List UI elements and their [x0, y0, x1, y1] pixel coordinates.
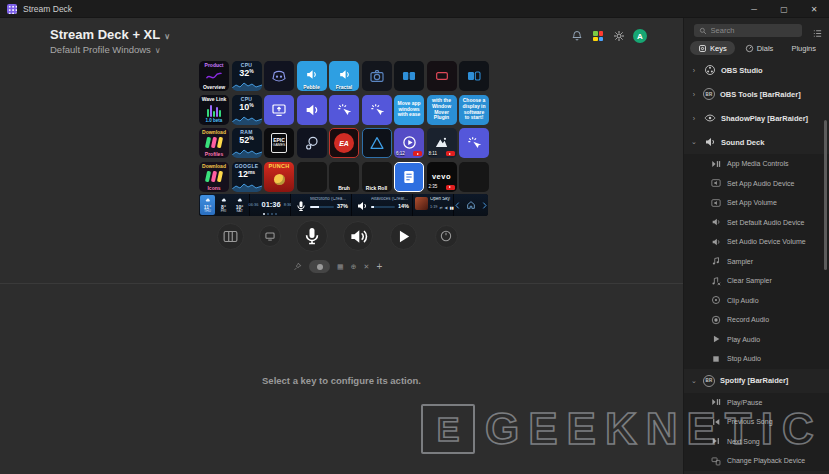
home-icon[interactable] — [466, 196, 476, 214]
chevron-right-icon[interactable]: › — [690, 91, 698, 98]
bell-icon[interactable] — [570, 29, 584, 43]
view-list-icon[interactable] — [812, 25, 824, 37]
pin-icon[interactable] — [293, 262, 302, 272]
close-button[interactable]: ✕ — [799, 0, 829, 18]
key-screen-share[interactable] — [264, 95, 294, 125]
action-item-sampler[interactable]: Sampler — [684, 252, 829, 272]
key-notes-doc[interactable] — [394, 162, 424, 192]
action-item-clear-sampler[interactable]: Clear Sampler — [684, 271, 829, 291]
dial-columns[interactable] — [217, 223, 244, 250]
strip-prev-icon[interactable] — [453, 196, 462, 214]
sidebar-scrollbar[interactable] — [824, 120, 827, 270]
key-promo-text-3[interactable]: Choose a display in software to start! — [459, 95, 489, 125]
key-bruh-sound[interactable]: Bruh — [329, 162, 359, 192]
action-item-set-app-audio-device[interactable]: Set App Audio Device — [684, 174, 829, 194]
page-tab-active[interactable] — [309, 260, 330, 273]
chevron-down-icon[interactable]: ⌄ — [690, 138, 698, 146]
tab-plugins[interactable]: Plugins — [783, 41, 824, 55]
key-promo-text-1[interactable]: Move app windows with ease — [394, 95, 424, 125]
action-item-stop-audio[interactable]: Stop Audio — [684, 349, 829, 369]
key-download-profiles[interactable]: DownloadProfiles — [199, 128, 229, 158]
plugin-group-spotify-barraider-[interactable]: ⌄BRSpotify [BarRaider] — [684, 369, 829, 393]
strip-panel-clock[interactable]: 06:3601:368:36 — [250, 194, 290, 216]
minimize-button[interactable]: ─ — [739, 0, 769, 18]
marketplace-icon[interactable] — [591, 29, 605, 43]
strip-panel-weather[interactable]: 11°THU8°FRI10°SAT — [199, 194, 249, 216]
key-tap-action-1[interactable] — [329, 95, 359, 125]
plugin-group-sound-deck[interactable]: ⌄Sound Deck — [684, 130, 829, 154]
key-punch[interactable]: PUNCH — [264, 162, 294, 192]
tab-keys[interactable]: Keys — [690, 41, 735, 55]
action-item-change-playback-device[interactable]: Change Playback Device — [684, 451, 829, 471]
key-fractal-audio[interactable]: Fractal — [329, 61, 359, 91]
key-epic-games[interactable]: EPICGAMES — [264, 128, 294, 158]
plugin-group-obs-tools-barraider-[interactable]: ›BROBS Tools [BarRaider] — [684, 82, 829, 106]
key-promo-text-2[interactable]: with the Window Mover Plugin — [427, 95, 457, 125]
key-triangle-app[interactable] — [362, 128, 392, 158]
action-item-set-audio-device-volume[interactable]: Set Audio Device Volume — [684, 232, 829, 252]
key-download-icons[interactable]: DownloadIcons — [199, 162, 229, 192]
key-volume[interactable] — [297, 95, 327, 125]
key-vevo[interactable]: vevo2:35 — [427, 162, 457, 192]
key-product-overview[interactable]: ProductOverview — [199, 61, 229, 91]
chevron-down-icon[interactable]: ⌄ — [690, 377, 698, 385]
key-cpu-monitor-2[interactable]: CPU10% — [232, 95, 262, 125]
key-window-layout-3[interactable] — [459, 61, 489, 91]
tab-dials[interactable]: Dials — [737, 41, 782, 55]
dial-play[interactable] — [390, 223, 417, 250]
search-input[interactable] — [711, 26, 798, 35]
key-tap-action-2[interactable] — [362, 95, 392, 125]
key-pebble-audio[interactable]: Pebble — [297, 61, 327, 91]
action-item-set-app-volume[interactable]: Set App Volume — [684, 193, 829, 213]
strip-panel-microphone[interactable]: Micrófono (Crea...37% — [291, 194, 351, 216]
dial-screen[interactable] — [259, 225, 281, 247]
key-wave-link[interactable]: Wave Link1.0 beta — [199, 95, 229, 125]
strip-panel-speakers[interactable]: Altavoces (Creat...14% — [352, 194, 412, 216]
key-window-layout-2[interactable] — [427, 61, 457, 91]
page-tab[interactable]: ▦ — [337, 263, 344, 270]
page-tab[interactable]: ⊕ — [351, 263, 357, 270]
action-item-set-default-audio-device[interactable]: Set Default Audio Device — [684, 213, 829, 233]
page-tab[interactable]: ✕ — [364, 263, 370, 270]
dial-mic[interactable] — [296, 220, 328, 252]
avatar[interactable]: A — [633, 29, 647, 43]
gear-icon[interactable] — [612, 29, 626, 43]
strip-panel-now-playing[interactable]: Open Sky (Inspi...1:19⇄◀▮▮▶4:13 — [413, 194, 453, 216]
key-camera[interactable] — [362, 61, 392, 91]
action-item-next-song[interactable]: Next Song — [684, 432, 829, 452]
strip-next-icon[interactable] — [480, 196, 488, 214]
key-rick-roll[interactable]: Rick Roll — [362, 162, 392, 192]
action-item-app-media-controls[interactable]: App Media Controls — [684, 154, 829, 174]
key-ram-monitor[interactable]: RAM52% — [232, 128, 262, 158]
touch-strip[interactable]: 11°THU8°FRI10°SAT06:3601:368:36Micrófono… — [199, 194, 488, 216]
action-item-record-audio[interactable]: Record Audio — [684, 310, 829, 330]
add-page-button[interactable]: + — [376, 262, 382, 272]
dial-volume[interactable] — [343, 221, 373, 251]
key-violin-sound[interactable] — [297, 162, 327, 192]
action-item-play-pause[interactable]: Play/Pause — [684, 393, 829, 413]
panels-two-icon — [401, 68, 417, 84]
device-selector[interactable]: Stream Deck + XL∨ — [50, 27, 170, 42]
plugin-group-shadowplay-barraider-[interactable]: ›ShadowPlay [BarRaider] — [684, 106, 829, 130]
key-landscape[interactable] — [459, 162, 489, 192]
maximize-button[interactable]: ▢ — [769, 0, 799, 18]
key-window-layout-1[interactable] — [394, 61, 424, 91]
key-ea[interactable]: EA — [329, 128, 359, 158]
key-youtube-video-1[interactable]: 6:12 — [394, 128, 424, 158]
key-discord[interactable] — [264, 61, 294, 91]
strip-panel-navigation[interactable] — [454, 194, 488, 216]
action-item-clip-audio[interactable]: Clip Audio — [684, 291, 829, 311]
key-tap-action-3[interactable] — [459, 128, 489, 158]
chevron-right-icon[interactable]: › — [690, 115, 698, 122]
search-box[interactable] — [694, 24, 802, 37]
dial-knob[interactable] — [435, 225, 458, 248]
plugin-group-obs-studio[interactable]: ›OBS Studio — [684, 58, 829, 82]
key-ping-monitor[interactable]: GOOGLE12ms — [232, 162, 262, 192]
key-cpu-monitor[interactable]: CPU32% — [232, 61, 262, 91]
key-steam[interactable] — [297, 128, 327, 158]
key-youtube-video-2[interactable]: 8:11 — [427, 128, 457, 158]
action-item-play-audio[interactable]: Play Audio — [684, 330, 829, 350]
profile-selector[interactable]: Default Profile Windows∨ — [50, 44, 161, 55]
chevron-right-icon[interactable]: › — [690, 67, 698, 74]
action-item-previous-song[interactable]: Previous Song — [684, 412, 829, 432]
